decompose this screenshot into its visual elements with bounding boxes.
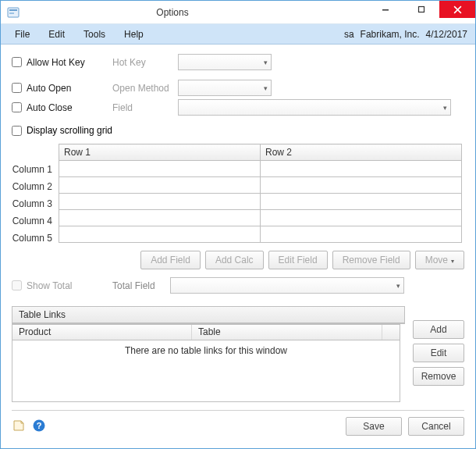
close-button[interactable] bbox=[439, 1, 475, 18]
grid-table: Row 1 Row 2 bbox=[59, 144, 462, 243]
menubar: File Edit Tools Help sa Fabrikam, Inc. 4… bbox=[1, 24, 475, 45]
status-right: sa Fabrikam, Inc. 4/12/2017 bbox=[344, 24, 475, 44]
help-icon[interactable]: ? bbox=[32, 419, 46, 435]
auto-close-checkbox[interactable] bbox=[12, 102, 22, 112]
grid-col-header: Row 1 bbox=[59, 144, 261, 161]
chevron-down-icon: ▾ bbox=[264, 59, 268, 66]
edit-link-button[interactable]: Edit bbox=[413, 344, 464, 362]
show-total-checkbox[interactable] bbox=[12, 280, 22, 290]
table-links-table: Product Table There are no table links f… bbox=[12, 324, 400, 402]
table-links-area: Table Links Product Table There are no t… bbox=[12, 300, 464, 402]
field-combo[interactable]: ▾ bbox=[178, 99, 451, 116]
add-calc-button[interactable]: Add Calc bbox=[205, 251, 264, 269]
add-field-button[interactable]: Add Field bbox=[140, 251, 201, 269]
save-button[interactable]: Save bbox=[346, 417, 402, 436]
titlebar: Options bbox=[1, 1, 475, 24]
chevron-down-icon: ▾ bbox=[396, 282, 400, 290]
status-date: 4/12/2017 bbox=[426, 29, 467, 40]
options-window: Options File Edit Tools Help sa Fabrikam… bbox=[0, 0, 476, 449]
table-links-empty-text: There are no table links for this window bbox=[125, 345, 287, 356]
window-title: Options bbox=[0, 7, 368, 18]
auto-open-checkbox[interactable] bbox=[12, 83, 22, 93]
table-row[interactable] bbox=[59, 161, 462, 177]
open-method-field-label: Open Method bbox=[112, 83, 178, 94]
table-links-columns: Product Table bbox=[12, 325, 400, 340]
col-table: Table bbox=[192, 325, 382, 340]
status-user: sa bbox=[344, 29, 354, 40]
col-end bbox=[382, 325, 400, 340]
grid-row-label: Column 1 bbox=[12, 161, 59, 178]
menu-file[interactable]: File bbox=[5, 24, 39, 44]
open-method-combo[interactable]: ▾ bbox=[178, 80, 272, 96]
move-button[interactable]: Move▾ bbox=[415, 251, 464, 269]
remove-link-button[interactable]: Remove bbox=[413, 367, 464, 386]
grid-row-label: Column 5 bbox=[12, 230, 59, 247]
table-row[interactable] bbox=[59, 194, 462, 210]
chevron-down-icon: ▾ bbox=[451, 258, 454, 265]
footer: ? Save Cancel bbox=[12, 410, 464, 436]
show-total-label: Show Total bbox=[27, 280, 97, 291]
table-links-body: There are no table links for this window bbox=[12, 340, 400, 403]
status-company: Fabrikam, Inc. bbox=[361, 29, 420, 40]
edit-field-button[interactable]: Edit Field bbox=[268, 251, 328, 269]
col-product: Product bbox=[12, 325, 192, 340]
cancel-button[interactable]: Cancel bbox=[408, 417, 464, 436]
total-field-label: Total Field bbox=[112, 280, 170, 291]
display-scrolling-grid-label: Display scrolling grid bbox=[27, 125, 112, 136]
svg-text:?: ? bbox=[37, 421, 42, 430]
minimize-button[interactable] bbox=[368, 1, 403, 18]
add-link-button[interactable]: Add bbox=[413, 320, 464, 339]
note-icon[interactable] bbox=[12, 419, 26, 435]
display-scrolling-grid-checkbox[interactable] bbox=[12, 126, 22, 136]
auto-close-label: Auto Close bbox=[27, 102, 112, 113]
grid-col-header: Row 2 bbox=[261, 144, 462, 161]
hot-key-combo[interactable]: ▾ bbox=[178, 54, 272, 70]
grid-row-label: Column 4 bbox=[12, 212, 59, 230]
auto-open-label: Auto Open bbox=[27, 83, 112, 94]
allow-hot-key-checkbox[interactable] bbox=[12, 57, 22, 67]
allow-hot-key-label: Allow Hot Key bbox=[27, 57, 112, 68]
grid-row-labels: Column 1 Column 2 Column 3 Column 4 Colu… bbox=[12, 161, 59, 247]
window-buttons bbox=[368, 1, 475, 18]
show-total-row: Show Total Total Field ▾ bbox=[12, 277, 464, 294]
menu-tools[interactable]: Tools bbox=[74, 24, 115, 44]
grid-button-row: Add Field Add Calc Edit Field Remove Fie… bbox=[12, 251, 464, 269]
menu-help[interactable]: Help bbox=[115, 24, 153, 44]
total-field-combo[interactable]: ▾ bbox=[170, 277, 404, 294]
table-links-group: Table Links bbox=[12, 306, 405, 324]
table-links-header: Table Links bbox=[12, 307, 404, 323]
chevron-down-icon: ▾ bbox=[443, 104, 447, 112]
chevron-down-icon: ▾ bbox=[264, 84, 268, 92]
remove-field-button[interactable]: Remove Field bbox=[332, 251, 410, 269]
maximize-button[interactable] bbox=[403, 1, 439, 18]
field-field-label: Field bbox=[112, 102, 178, 113]
client-area: Allow Hot Key Hot Key ▾ Auto Open Open M… bbox=[1, 45, 475, 448]
grid-row-label: Column 3 bbox=[12, 195, 59, 212]
table-row[interactable] bbox=[59, 210, 462, 226]
table-row[interactable] bbox=[59, 226, 462, 243]
table-row[interactable] bbox=[59, 177, 462, 194]
svg-rect-4 bbox=[419, 7, 424, 12]
table-links-side-buttons: Add Edit Remove bbox=[413, 320, 464, 386]
svg-rect-3 bbox=[382, 9, 389, 11]
grid-row-label: Column 2 bbox=[12, 178, 59, 195]
hot-key-field-label: Hot Key bbox=[112, 57, 178, 68]
grid-area: Column 1 Column 2 Column 3 Column 4 Colu… bbox=[59, 144, 464, 243]
menu-edit[interactable]: Edit bbox=[39, 24, 74, 44]
